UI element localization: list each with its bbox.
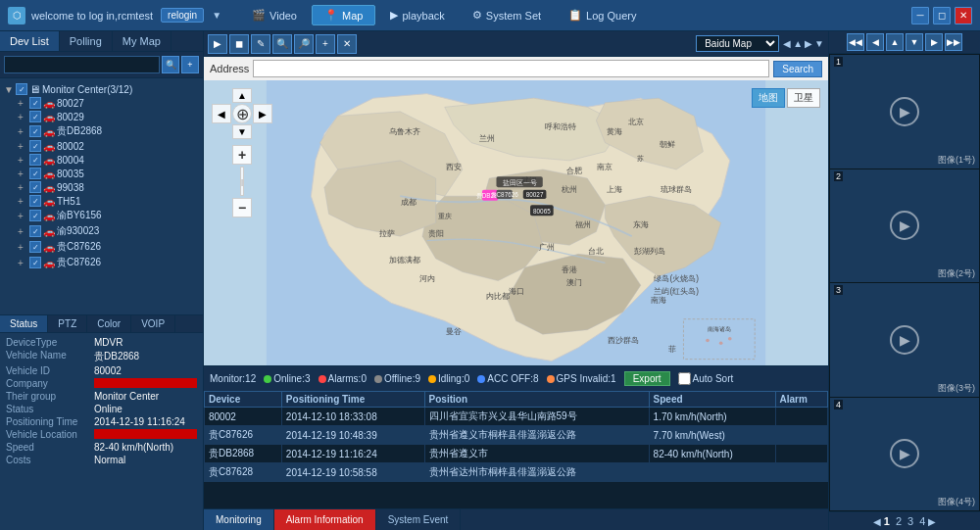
tree-item-930023[interactable]: + ✓ 🚗 渝930023 [16,223,201,239]
zoom-slider[interactable]: | [240,167,244,196]
map-tool-move[interactable]: ▶ [208,34,227,54]
nav-north[interactable]: ▲ [232,88,252,103]
video-nav-down[interactable]: ▼ [906,33,923,51]
video-cell-2[interactable]: 2 ▶ 图像(2号) [830,169,979,283]
page-next-icon[interactable]: ▶ [928,516,936,527]
tree-item-80004[interactable]: + ✓ 🚗 80004 [16,153,201,167]
svg-text:内比都: 内比都 [486,292,510,301]
tree-item-th51[interactable]: + ✓ 🚗 TH51 [16,194,201,208]
zoom-out-button[interactable]: − [232,198,252,217]
close-button[interactable]: ✕ [955,7,972,24]
tree-item-80002[interactable]: + ✓ 🚗 80002 [16,139,201,153]
video-cell-3[interactable]: 3 ▶ 图像(3号) [830,283,979,397]
tab-ptz[interactable]: PTZ [48,315,87,332]
map-tool-close[interactable]: ✕ [337,34,357,54]
table-row[interactable]: 800022014-12-10 18:33:08四川省宜宾市兴义县华山南路59号… [205,408,828,426]
tab-system-set[interactable]: ⚙ System Set [460,5,554,25]
tab-color[interactable]: Color [87,315,131,332]
video-nav-prev[interactable]: ◀ [866,33,884,51]
table-row[interactable]: 贵C876282014-12-19 10:58:58贵州省达州市桐梓县俳遥溺返公… [205,463,828,482]
relogin-button[interactable]: relogin [161,8,204,23]
video-nav-next-page[interactable]: ▶▶ [945,33,962,51]
page-3[interactable]: 3 [905,514,916,528]
tree-root-item[interactable]: ▼ ✓ 🖥 Monitor Center(3/12) [2,82,201,96]
device-search-input[interactable] [4,56,160,73]
page-4[interactable]: 4 [916,514,928,528]
tree-root-checkbox[interactable]: ✓ [16,83,27,95]
tree-item-80029[interactable]: + ✓ 🚗 80029 [16,110,201,123]
svg-text:乌鲁木齐: 乌鲁木齐 [389,127,420,136]
tree-expand-icon[interactable]: ▼ [4,84,14,95]
address-input[interactable] [253,60,769,77]
checkbox-930023[interactable]: ✓ [29,225,41,237]
map-nav-down[interactable]: ▼ [814,38,824,49]
map-tool-stop[interactable]: ◼ [229,34,249,54]
checkbox-80035[interactable]: ✓ [29,168,41,179]
video-nav-up[interactable]: ▲ [886,33,904,51]
checkbox-by6156[interactable]: ✓ [29,210,41,221]
tab-my-map[interactable]: My Map [113,31,172,51]
checkbox-80029[interactable]: ✓ [29,111,41,122]
tree-item-c87626a[interactable]: + ✓ 🚗 贵C87626 [16,239,201,255]
checkbox-80004[interactable]: ✓ [29,154,41,166]
tree-item-by6156[interactable]: + ✓ 🚗 渝BY6156 [16,208,201,223]
checkbox-c87626b[interactable]: ✓ [29,257,41,268]
map-type-satellite[interactable]: 卫星 [787,88,820,108]
map-tool-zoom-out[interactable]: 🔎 [294,34,314,54]
tab-video[interactable]: 🎬 Video [239,5,310,25]
map-container[interactable]: 拉萨 乌鲁木齐 兰州 西安 成都 重庆 贵阳 加德满都 河内 内比都 曼谷 武汉… [204,80,828,365]
table-row[interactable]: 贵C876262014-12-19 10:48:39贵州省遵义市桐梓县俳遥溺返公… [205,426,828,445]
map-type-select[interactable]: Baidu Map Google Map [696,35,779,52]
search-button[interactable]: 🔍 [162,56,179,73]
map-type-normal[interactable]: 地图 [752,88,785,108]
tab-log-query[interactable]: 📋 Log Query [556,5,649,25]
tab-voip[interactable]: VOIP [131,315,175,332]
page-1[interactable]: 1 [881,514,893,528]
video-nav-next[interactable]: ▶ [925,33,943,51]
checkbox-c87626a[interactable]: ✓ [29,241,41,253]
table-row[interactable]: 贵DB28682014-12-19 11:16:24贵州省遵义市82-40 km… [205,445,828,463]
tree-item-99038[interactable]: + ✓ 🚗 99038 [16,180,201,194]
auto-sort-checkbox[interactable]: Auto Sort [678,372,734,385]
video-cell-1[interactable]: 1 ▶ 图像(1号) [830,55,979,169]
tree-item-80027[interactable]: + ✓ 🚗 80027 [16,96,201,110]
page-prev-icon[interactable]: ◀ [873,516,881,527]
page-2[interactable]: 2 [893,514,905,528]
relogin-dropdown-icon[interactable]: ▼ [212,10,221,21]
zoom-in-button[interactable]: + [232,145,252,165]
nav-south[interactable]: ▼ [232,124,252,139]
nav-west[interactable]: ◀ [212,104,231,123]
video-nav-prev-page[interactable]: ◀◀ [847,33,864,51]
checkbox-80002[interactable]: ✓ [29,140,41,152]
checkbox-th51[interactable]: ✓ [29,195,41,207]
nav-east[interactable]: ▶ [253,104,272,123]
map-tool-add[interactable]: + [316,34,335,54]
tab-dev-list[interactable]: Dev List [0,31,60,51]
tree-item-80035[interactable]: + ✓ 🚗 80035 [16,167,201,180]
tree-item-c87626b[interactable]: + ✓ 🚗 贵C87626 [16,255,201,270]
restore-button[interactable]: ◻ [933,7,951,24]
tree-item-db2868[interactable]: + ✓ 🚗 贵DB2868 [16,123,201,139]
address-search-button[interactable]: Search [773,61,822,77]
tab-map[interactable]: 📍 Map [312,5,375,25]
video-cell-4[interactable]: 4 ▶ 图像(4号) [830,398,979,511]
tab-alarm-info[interactable]: Alarm Information [274,509,376,530]
tab-playback[interactable]: ▶ playback [377,5,457,25]
checkbox-80027[interactable]: ✓ [29,97,41,109]
map-nav-right[interactable]: ▶ [805,38,812,49]
tab-status[interactable]: Status [0,315,48,332]
map-nav-up[interactable]: ▲ [793,38,803,49]
add-device-button[interactable]: + [181,56,199,73]
map-tool-zoom-in[interactable]: 🔍 [272,34,292,54]
map-nav-left[interactable]: ◀ [783,38,791,49]
checkbox-99038[interactable]: ✓ [29,181,41,193]
minimize-button[interactable]: ─ [911,7,929,24]
tab-system-event[interactable]: System Event [376,509,462,530]
checkbox-db2868[interactable]: ✓ [29,125,41,137]
tab-polling[interactable]: Polling [60,31,113,51]
auto-sort-check[interactable] [678,372,691,385]
map-tool-draw[interactable]: ✎ [251,34,270,54]
export-button[interactable]: Export [624,371,670,386]
info-row-group: Their group Monitor Center [6,391,197,402]
tab-monitoring[interactable]: Monitoring [204,509,274,530]
